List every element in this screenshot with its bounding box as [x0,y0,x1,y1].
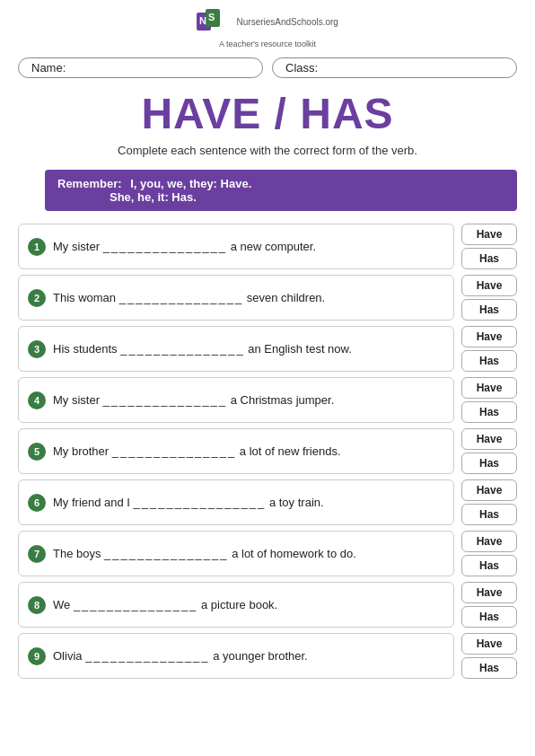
remember-rule2: She, he, it: Has. [110,190,197,204]
sentence-number-7: 7 [28,545,46,563]
has-button-4[interactable]: Has [461,401,517,423]
sentence-number-2: 2 [28,289,46,307]
sentence-box-9: 9Olivia _______________ a younger brothe… [18,633,454,679]
sentence-text-2: This woman _______________ seven childre… [53,291,325,304]
buttons-col-9: HaveHas [461,633,517,679]
name-field: Name: [18,57,263,78]
header-fields: Name: Class: [18,57,517,78]
buttons-col-2: HaveHas [461,275,517,321]
have-button-3[interactable]: Have [461,326,517,347]
sentence-text-4: My sister _______________ a Christmas ju… [53,393,334,407]
sentence-text-1: My sister _______________ a new computer… [53,240,316,253]
sentences-area: 1My sister _______________ a new compute… [18,224,517,679]
sentence-number-3: 3 [28,340,46,358]
logo-tagline: A teacher's resource toolkit [219,40,316,48]
sentence-box-1: 1My sister _______________ a new compute… [18,224,454,269]
has-button-5[interactable]: Has [461,453,517,474]
sentence-row-9: 9Olivia _______________ a younger brothe… [18,633,517,679]
sentence-text-9: Olivia _______________ a younger brother… [53,649,308,663]
sentence-text-3: His students _______________ an English … [53,342,352,356]
sentence-box-2: 2This woman _______________ seven childr… [18,275,454,321]
has-button-3[interactable]: Has [461,350,517,372]
sentence-box-4: 4My sister _______________ a Christmas j… [18,377,454,423]
sentence-row-7: 7The boys _______________ a lot of homew… [18,531,517,576]
buttons-col-1: HaveHas [461,224,517,269]
logo-icon: N S [197,9,229,34]
sentence-text-8: We _______________ a picture book. [53,598,277,611]
remember-rule1: I, you, we, they: Have. [130,177,251,190]
svg-text:N: N [199,15,206,26]
sentence-text-6: My friend and I ________________ a toy t… [53,496,324,509]
sentence-number-1: 1 [28,238,46,256]
sentence-number-6: 6 [28,494,46,512]
buttons-col-8: HaveHas [461,582,517,628]
sentence-box-6: 6My friend and I ________________ a toy … [18,479,454,525]
remember-box: Remember: I, you, we, they: Have. She, h… [45,170,517,211]
have-button-7[interactable]: Have [461,531,517,552]
sentence-row-4: 4My sister _______________ a Christmas j… [18,377,517,423]
have-button-6[interactable]: Have [461,479,517,501]
has-button-1[interactable]: Has [461,248,517,269]
has-button-7[interactable]: Has [461,555,517,576]
have-button-5[interactable]: Have [461,428,517,450]
sentence-number-8: 8 [28,596,46,614]
has-button-2[interactable]: Has [461,299,517,321]
page-subtitle: Complete each sentence with the correct … [18,144,517,157]
logo-area: N S NurseriesAndSchools.org A teacher's … [18,9,517,50]
sentence-row-6: 6My friend and I ________________ a toy … [18,479,517,525]
have-button-1[interactable]: Have [461,224,517,245]
sentence-row-2: 2This woman _______________ seven childr… [18,275,517,321]
sentence-box-8: 8We _______________ a picture book. [18,582,454,628]
page-title: HAVE / HAS [18,89,517,138]
sentence-text-5: My brother _______________ a lot of new … [53,444,341,458]
have-button-8[interactable]: Have [461,582,517,603]
sentence-box-5: 5My brother _______________ a lot of new… [18,428,454,474]
logo-site: NurseriesAndSchools.org [237,17,338,27]
sentence-number-9: 9 [28,647,46,665]
sentence-row-3: 3His students _______________ an English… [18,326,517,372]
sentence-box-3: 3His students _______________ an English… [18,326,454,372]
sentence-row-5: 5My brother _______________ a lot of new… [18,428,517,474]
buttons-col-7: HaveHas [461,531,517,576]
sentence-row-8: 8We _______________ a picture book.HaveH… [18,582,517,628]
sentence-number-5: 5 [28,443,46,461]
name-label: Name: [31,61,66,75]
has-button-6[interactable]: Has [461,504,517,525]
svg-text:S: S [208,12,215,22]
sentence-number-4: 4 [28,391,46,409]
buttons-col-3: HaveHas [461,326,517,372]
have-button-9[interactable]: Have [461,633,517,655]
sentence-row-1: 1My sister _______________ a new compute… [18,224,517,269]
class-field: Class: [272,57,517,78]
sentence-text-7: The boys _______________ a lot of homewo… [53,547,356,560]
has-button-8[interactable]: Has [461,606,517,628]
buttons-col-5: HaveHas [461,428,517,474]
class-label: Class: [285,61,318,75]
buttons-col-4: HaveHas [461,377,517,423]
sentence-box-7: 7The boys _______________ a lot of homew… [18,531,454,576]
have-button-2[interactable]: Have [461,275,517,296]
buttons-col-6: HaveHas [461,479,517,525]
has-button-9[interactable]: Has [461,657,517,679]
have-button-4[interactable]: Have [461,377,517,399]
remember-label: Remember: [57,177,122,190]
